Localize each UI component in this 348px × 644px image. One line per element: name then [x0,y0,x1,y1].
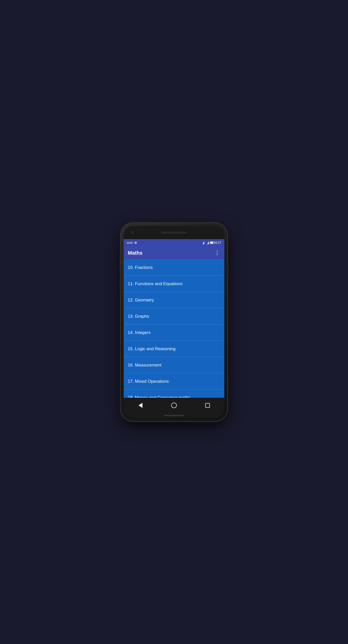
bottom-indicator [124,413,224,418]
phone-screen: airtel 🖼 [124,226,224,418]
list-item[interactable]: 14. Integers [124,325,224,341]
list-item[interactable]: 11. Functions and Equations [124,276,224,292]
home-button[interactable] [169,401,179,410]
battery-icon [210,241,214,244]
list-item[interactable]: 12. Geometry [124,292,224,308]
list-item[interactable]: 17. Mixed Operations [124,373,224,390]
list-item[interactable]: 18. Money and Consumer maths [124,390,224,398]
list-item[interactable]: 13. Graphs [124,308,224,325]
volume-up-button[interactable] [120,265,121,276]
back-button[interactable] [136,401,145,410]
clock-time: 9:27 [215,241,221,244]
recents-icon [205,403,210,408]
signal-icon-2 [205,241,209,244]
screen-content: airtel 🖼 [124,239,224,398]
list-item[interactable]: 15. Logic and Reasoning [124,341,224,357]
volume-down-button[interactable] [120,280,121,292]
app-title: Maths [128,250,143,256]
phone-device: airtel 🖼 [121,223,227,421]
volume-silent-button[interactable] [120,253,121,261]
back-icon [138,403,143,408]
signal-icon-1 [201,241,204,244]
list-item[interactable]: 10. Fractions [124,259,224,276]
battery-fill [210,242,213,243]
status-right: 9:27 [201,241,221,244]
carrier-icon: 🖼 [134,241,137,244]
home-icon [171,403,177,408]
app-bar: Maths ⋮ [124,246,224,259]
top-bezel [124,226,224,239]
status-bar: airtel 🖼 [124,239,224,246]
power-button[interactable] [227,261,228,274]
navigation-bar [124,398,224,413]
overflow-menu-button[interactable]: ⋮ [214,250,220,256]
recents-button[interactable] [203,401,212,410]
list-item[interactable]: 16. Measurement [124,357,224,373]
status-left: airtel 🖼 [127,241,137,244]
topics-list: 10. Fractions11. Functions and Equations… [124,259,224,398]
earpiece-speaker [161,232,187,233]
carrier-name: airtel [127,241,133,244]
front-camera [131,231,134,234]
indicator-line [164,415,184,416]
